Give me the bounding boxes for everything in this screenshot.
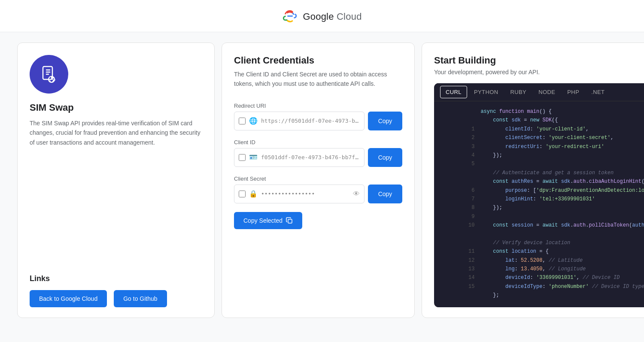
left-card: SIM Swap The SIM Swap API provides real-… [17, 42, 215, 318]
links-buttons: Back to Google Cloud Go to Github [30, 290, 202, 307]
client-id-row: 🪪 f0501ddf-07ee-4973-b476-bb7f66363... C… [234, 148, 402, 167]
sim-swap-icon-circle [30, 55, 68, 94]
tab-curl[interactable]: CURL [440, 86, 467, 98]
start-building-desc: Your development, powered by our API. [434, 69, 644, 76]
header: Google Cloud [0, 0, 644, 32]
redirect-uri-row: 🌐 https://f0501ddf-07ee-4973-b476-f63...… [234, 112, 402, 130]
svg-rect-2 [288, 219, 292, 223]
google-cloud-logo-icon [282, 8, 298, 26]
tab-php[interactable]: PHP [561, 84, 585, 100]
client-secret-lock-icon: 🔒 [249, 190, 258, 198]
tab-node[interactable]: NODE [532, 84, 561, 100]
start-building-title: Start Building [434, 55, 644, 66]
client-id-value: f0501ddf-07ee-4973-b476-bb7f66363... [261, 154, 360, 160]
client-secret-row: 🔒 •••••••••••••••• 👁 Copy [234, 185, 402, 203]
code-content: 12345 678910 1112131415 1617181920 21222… [437, 107, 644, 307]
main-content: SIM Swap The SIM Swap API provides real-… [9, 32, 635, 328]
client-id-id-icon: 🪪 [249, 153, 258, 161]
credentials-title: Client Credentials [234, 55, 402, 66]
client-id-label: Client ID [234, 139, 402, 145]
svg-rect-0 [43, 67, 52, 79]
sim-swap-title: SIM Swap [30, 102, 202, 113]
client-secret-label: Client Secret [234, 176, 402, 182]
links-section: Links Back to Google Cloud Go to Github [30, 274, 202, 307]
copy-selected-label: Copy Selected [243, 217, 283, 224]
tab-dotnet[interactable]: .NET [585, 84, 611, 100]
redirect-uri-input-wrap: 🌐 https://f0501ddf-07ee-4973-b476-f63... [234, 112, 365, 130]
client-secret-checkbox[interactable] [239, 191, 246, 197]
header-logo: Google Cloud [282, 8, 361, 26]
code-tabs: CURL PYTHON RUBY NODE PHP .NET [434, 83, 644, 101]
client-secret-input-wrap: 🔒 •••••••••••••••• 👁 [234, 185, 365, 203]
redirect-uri-value: https://f0501ddf-07ee-4973-b476-f63... [261, 118, 360, 124]
redirect-uri-globe-icon: 🌐 [249, 117, 258, 125]
client-id-copy-button[interactable]: Copy [368, 148, 402, 167]
redirect-uri-label: Redirect URI [234, 103, 402, 109]
client-id-checkbox[interactable] [239, 154, 246, 161]
redirect-uri-copy-button[interactable]: Copy [368, 112, 402, 130]
back-to-google-cloud-button[interactable]: Back to Google Cloud [30, 290, 107, 307]
client-id-input-wrap: 🪪 f0501ddf-07ee-4973-b476-bb7f66363... [234, 148, 365, 167]
client-secret-copy-button[interactable]: Copy [368, 185, 402, 203]
sim-swap-icon [39, 64, 59, 85]
redirect-uri-checkbox[interactable] [239, 118, 246, 124]
credentials-desc: The Client ID and Client Secret are used… [234, 70, 402, 89]
middle-card: Client Credentials The Client ID and Cli… [222, 42, 415, 318]
code-body: 12345 678910 1112131415 1617181920 21222… [434, 101, 644, 307]
go-to-github-button[interactable]: Go to Github [114, 290, 167, 307]
client-secret-eye-icon[interactable]: 👁 [353, 190, 360, 198]
code-panel: CURL PYTHON RUBY NODE PHP .NET 12345 [434, 83, 644, 307]
copy-selected-icon [286, 217, 293, 224]
client-secret-value: •••••••••••••••• [261, 191, 349, 197]
copy-selected-button[interactable]: Copy Selected [234, 212, 302, 229]
links-title: Links [30, 274, 202, 283]
tab-python[interactable]: PYTHON [468, 84, 504, 100]
code-text: async function main() { const sdk = new … [480, 107, 644, 307]
sim-swap-desc: The SIM Swap API provides real-time veri… [30, 118, 202, 147]
right-card: Start Building Your development, powered… [422, 42, 644, 318]
tab-ruby[interactable]: RUBY [504, 84, 532, 100]
line-numbers: 12345 678910 1112131415 1617181920 21222… [437, 107, 480, 307]
header-title: Google Cloud [303, 11, 361, 22]
